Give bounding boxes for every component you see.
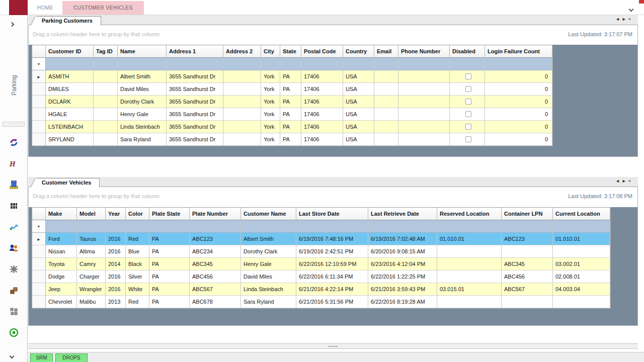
- disabled-checkbox[interactable]: [465, 111, 471, 117]
- grid-cell-last-retrieve-date[interactable]: 6/22/2016 1:22:25 PM: [368, 270, 437, 283]
- grid-cell-last-store-date[interactable]: 6/19/2016 7:48:16 PM: [296, 233, 368, 245]
- grid-cell-tag-id[interactable]: [94, 108, 118, 121]
- grid-cell-city[interactable]: York: [261, 70, 280, 83]
- grid-cell-email[interactable]: [374, 83, 398, 96]
- chevron-down-icon[interactable]: [10, 351, 14, 360]
- row-indicator[interactable]: [32, 258, 46, 270]
- filter-cell-reserved-location[interactable]: [437, 220, 502, 233]
- grid-cell-postal-code[interactable]: 17406: [301, 121, 343, 133]
- row-indicator[interactable]: [32, 296, 46, 308]
- column-header-customer-name[interactable]: Customer Name: [241, 208, 296, 220]
- tab-drops[interactable]: DROPS: [55, 353, 88, 362]
- grid-cell-city[interactable]: York: [261, 83, 280, 96]
- grid-cell-email[interactable]: [374, 133, 398, 146]
- grid-cell-disabled[interactable]: [450, 108, 485, 121]
- grid-cell-login-failure-count[interactable]: 0: [485, 70, 552, 83]
- grid-cell-color[interactable]: White: [126, 283, 149, 296]
- grid-cell-customer-name[interactable]: Dorothy Clark: [241, 245, 296, 258]
- grid-cell-name[interactable]: Henry Gale: [118, 108, 167, 121]
- grid-cell-last-retrieve-date[interactable]: 6/23/2016 4:12:04 PM: [368, 258, 437, 270]
- grid-cell-container-lpn[interactable]: ABC456: [502, 270, 553, 283]
- column-header-name[interactable]: Name: [118, 45, 167, 58]
- grid-cell-container-lpn[interactable]: [502, 245, 553, 258]
- sidebar-title[interactable]: Parking: [0, 55, 28, 116]
- grid-cell-login-failure-count[interactable]: 0: [485, 108, 552, 121]
- chevron-right-icon[interactable]: [10, 19, 14, 28]
- filter-cell-year[interactable]: [106, 220, 126, 233]
- grid-cell-customer-name[interactable]: Albert Smith: [241, 233, 296, 245]
- grid-cell-address-1[interactable]: 3655 Sandhurst Dr: [167, 96, 223, 108]
- grid-cell-state[interactable]: PA: [280, 108, 301, 121]
- grid-cell-reserved-location[interactable]: 03.015.01: [437, 283, 502, 296]
- grid-cell-name[interactable]: Albert Smith: [118, 70, 167, 83]
- grid-cell-year[interactable]: 2016: [106, 270, 126, 283]
- grid-cell-plate-state[interactable]: PA: [149, 258, 190, 270]
- grid-cell-customer-id[interactable]: SRYLAND: [46, 133, 94, 146]
- grid-cell-phone-number[interactable]: [398, 70, 450, 83]
- grid-cell-customer-name[interactable]: Henry Gale: [241, 258, 296, 270]
- row-indicator[interactable]: [32, 270, 46, 283]
- column-header-email[interactable]: Email: [374, 45, 398, 58]
- filter-cell-postal-code[interactable]: [301, 58, 343, 70]
- sidebar-group-handle[interactable]: ·······: [3, 122, 25, 127]
- grid-cell-last-store-date[interactable]: 6/19/2016 2:42:51 PM: [296, 245, 368, 258]
- filter-icon[interactable]: ▼: [32, 58, 46, 70]
- filter-icon[interactable]: ▼: [32, 220, 46, 233]
- grid-cell-plate-state[interactable]: PA: [149, 270, 190, 283]
- grid-cell-postal-code[interactable]: 17406: [301, 70, 343, 83]
- grid-cell-address-2[interactable]: [223, 83, 261, 96]
- row-indicator[interactable]: ►: [32, 233, 46, 245]
- column-header-disabled[interactable]: Disabled: [450, 45, 485, 58]
- grid-cell-plate-number[interactable]: ABC234: [190, 245, 241, 258]
- filter-cell-disabled[interactable]: [450, 58, 485, 70]
- grid-cell-address-2[interactable]: [223, 108, 261, 121]
- grid-cell-disabled[interactable]: [450, 133, 485, 146]
- panel-nav-buttons[interactable]: ◄►×: [615, 17, 633, 22]
- disabled-checkbox[interactable]: [465, 73, 471, 79]
- gear-icon[interactable]: [0, 258, 28, 280]
- disabled-checkbox[interactable]: [465, 136, 471, 142]
- filter-cell-last-store-date[interactable]: [296, 220, 368, 233]
- grid-cell-country[interactable]: USA: [343, 133, 374, 146]
- sync-icon[interactable]: [0, 132, 28, 153]
- grid-cell-color[interactable]: Black: [126, 258, 149, 270]
- grid-cell-address-2[interactable]: [223, 70, 261, 83]
- globe-icon[interactable]: [0, 322, 28, 343]
- grid-cell-name[interactable]: Linda Steinbach: [118, 121, 167, 133]
- filter-cell-email[interactable]: [374, 58, 398, 70]
- column-header-container-lpn[interactable]: Container LPN: [502, 208, 553, 220]
- grid-cell-model[interactable]: Taurus: [77, 233, 106, 245]
- grid-cell-reserved-location[interactable]: 01.010.01: [437, 233, 502, 245]
- grid-cell-disabled[interactable]: [450, 121, 485, 133]
- column-header-last-store-date[interactable]: Last Store Date: [296, 208, 368, 220]
- grid-cell-country[interactable]: USA: [343, 70, 374, 83]
- column-header-year[interactable]: Year: [106, 208, 126, 220]
- grid-cell-container-lpn[interactable]: ABC345: [502, 258, 553, 270]
- grid-cell-reserved-location[interactable]: [437, 270, 502, 283]
- grid-cell-customer-id[interactable]: DMILES: [46, 83, 94, 96]
- grid-cell-container-lpn[interactable]: ABC123: [502, 233, 553, 245]
- grid-cell-login-failure-count[interactable]: 0: [485, 83, 552, 96]
- grid-cell-last-store-date[interactable]: 6/22/2016 6:11:34 PM: [296, 270, 368, 283]
- filter-cell-address-1[interactable]: [167, 58, 223, 70]
- filter-cell-plate-state[interactable]: [149, 220, 190, 233]
- row-indicator[interactable]: [32, 121, 46, 133]
- grid-cell-plate-state[interactable]: PA: [149, 245, 190, 258]
- filter-cell-color[interactable]: [126, 220, 149, 233]
- grid-cell-tag-id[interactable]: [94, 70, 118, 83]
- tab-customer-vehicles[interactable]: CUSTOMER VEHICLES: [62, 1, 144, 15]
- column-header-customer-id[interactable]: Customer ID: [46, 45, 94, 58]
- filter-cell-phone-number[interactable]: [398, 58, 450, 70]
- tab-parking-customers[interactable]: Parking Customers: [36, 16, 101, 25]
- filter-cell-customer-id[interactable]: [46, 58, 94, 70]
- grid-cell-color[interactable]: Red: [126, 233, 149, 245]
- grid-cell-phone-number[interactable]: [398, 133, 450, 146]
- grid-cell-address-1[interactable]: 3655 Sandhurst Dr: [167, 108, 223, 121]
- grid-cell-make[interactable]: Toyota: [46, 258, 77, 270]
- users-icon[interactable]: [0, 237, 28, 258]
- grid-cell-email[interactable]: [374, 96, 398, 108]
- grid-cell-customer-name[interactable]: Linda Steinbach: [241, 283, 296, 296]
- panel-nav-buttons[interactable]: ◄►×: [615, 178, 633, 184]
- table-row[interactable]: HGALEHenry Gale3655 Sandhurst DrYorkPA17…: [32, 108, 552, 121]
- grid-cell-disabled[interactable]: [450, 83, 485, 96]
